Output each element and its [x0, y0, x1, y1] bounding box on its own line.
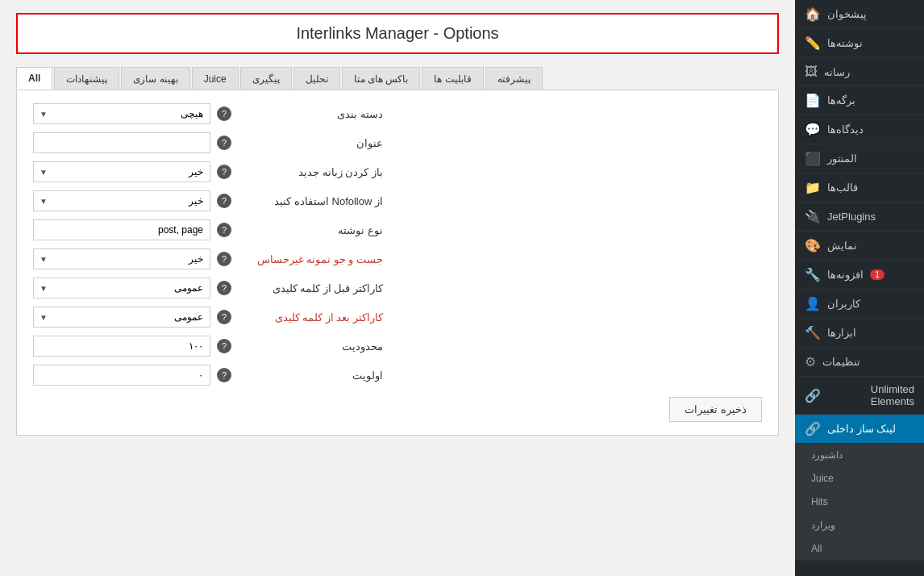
select-wrap-caseinsensitive: خیر بله ▼: [33, 248, 210, 269]
sidebar-item-label: دیدگاه‌ها: [827, 123, 864, 136]
sidebar-item-label: پیشخوان: [827, 8, 867, 20]
form-row-limit: محدودیت ?: [33, 336, 762, 357]
label-charafter: کاراکتر بعد از کلمه کلیدی: [238, 311, 383, 323]
form-row-caseinsensitive: جست و جو نمونه غیرحساس ? خیر بله ▼: [33, 248, 762, 269]
sidebar-sub-dashboard[interactable]: داشبورد: [795, 444, 924, 467]
sidebar-item-tanzimate[interactable]: تنظیمات ⚙: [795, 348, 924, 377]
settings-icon: ⚙: [805, 354, 816, 369]
sidebar-sub-hits[interactable]: Hits: [795, 490, 924, 514]
help-icon-posttype[interactable]: ?: [217, 223, 231, 237]
form-row-category: دسته بندی ? هیچی ▼: [33, 103, 762, 124]
form-row-priority: اولویت ?: [33, 365, 762, 386]
form-row-nofollow: از Nofollow استفاده کنید ? خیر بله ▼: [33, 190, 762, 211]
select-nofollow[interactable]: خیر بله: [33, 190, 210, 211]
select-category[interactable]: هیچی: [33, 103, 210, 124]
plugins-icon: 🔧: [805, 267, 821, 282]
home-icon: 🏠: [805, 6, 821, 22]
label-newtab: باز کردن زبانه جدید: [238, 166, 383, 178]
sidebar-item-afzoneha[interactable]: 1 افزونه‌ها 🔧: [795, 261, 924, 290]
sidebar-item-label: افزونه‌ها: [827, 269, 864, 281]
sidebar-item-karbaran[interactable]: کاربران 👤: [795, 290, 924, 319]
select-wrap-nofollow: خیر بله ▼: [33, 190, 210, 211]
form-row-posttype: نوع نوشته ?: [33, 219, 762, 240]
help-icon-caseinsensitive[interactable]: ?: [217, 252, 231, 266]
pages-icon: 📄: [805, 93, 821, 108]
help-icon-charbefore[interactable]: ?: [217, 281, 231, 295]
help-icon-priority[interactable]: ?: [217, 368, 231, 382]
tabs-bar: All پیشنهادات بهینه سازی Juice پیگیری تح…: [16, 67, 779, 90]
help-icon-charafter[interactable]: ?: [217, 310, 231, 324]
sidebar-item-abzarha[interactable]: ابزارها 🔨: [795, 319, 924, 348]
page-title: Interlinks Manager - Options: [16, 13, 779, 54]
form-row-charbefore: کاراکتر قبل از کلمه کلیدی ? عمومی ▼: [33, 278, 762, 298]
options-form: دسته بندی ? هیچی ▼ عنوان ? باز کردن زبان…: [16, 90, 779, 436]
help-icon-nofollow[interactable]: ?: [217, 194, 231, 208]
main-content: Interlinks Manager - Options All پیشنهاد…: [0, 0, 795, 576]
label-charbefore: کاراکتر قبل از کلمه کلیدی: [238, 282, 383, 294]
sidebar-item-bargheha[interactable]: برگه‌ها 📄: [795, 86, 924, 115]
help-icon-newtab[interactable]: ?: [217, 165, 231, 179]
sub-label: Hits: [811, 496, 828, 507]
sub-label: Juice: [811, 473, 834, 484]
tab-tracking[interactable]: پیگیری: [240, 67, 292, 90]
select-charbefore[interactable]: عمومی: [33, 278, 210, 298]
help-icon-limit[interactable]: ?: [217, 339, 231, 353]
jet-icon: 🔌: [805, 209, 821, 224]
sidebar-sub-all[interactable]: All: [795, 537, 924, 561]
sidebar-item-unlimited[interactable]: Unlimited Elements 🔗: [795, 377, 924, 415]
select-caseinsensitive[interactable]: خیر بله: [33, 248, 210, 269]
sidebar: پیشخوان 🏠 نوشته‌ها ✏️ رسانه 🖼 برگه‌ها 📄 …: [795, 0, 924, 576]
help-icon-title[interactable]: ?: [217, 136, 231, 150]
input-title[interactable]: [33, 132, 210, 153]
sidebar-item-label: رسانه: [824, 66, 850, 78]
tab-juice[interactable]: Juice: [192, 67, 239, 90]
sidebar-item-label: JetPlugins: [827, 211, 876, 223]
sidebar-item-label: لینک ساز داخلی: [827, 423, 896, 435]
users-icon: 👤: [805, 296, 821, 311]
label-posttype: نوع نوشته: [238, 224, 383, 236]
sidebar-item-linkbuilder[interactable]: لینک ساز داخلی 🔗: [795, 415, 924, 444]
sidebar-item-namayesh[interactable]: نمایش 🎨: [795, 232, 924, 261]
input-posttype[interactable]: [33, 219, 210, 240]
select-charafter[interactable]: عمومی: [33, 307, 210, 328]
templates-icon: 📁: [805, 180, 821, 195]
label-category: دسته بندی: [238, 108, 383, 120]
sidebar-item-jetplugins[interactable]: JetPlugins 🔌: [795, 202, 924, 232]
save-button-row: ذخیره تغییرات: [33, 397, 762, 422]
select-newtab[interactable]: خیر بله: [33, 161, 210, 182]
label-limit: محدودیت: [238, 340, 383, 353]
media-icon: 🖼: [805, 65, 818, 79]
form-row-newtab: باز کردن زبانه جدید ? خیر بله ▼: [33, 161, 762, 182]
unlimited-icon: 🔗: [805, 388, 821, 403]
sidebar-item-resane[interactable]: رسانه 🖼: [795, 58, 924, 86]
sidebar-sub-wizard[interactable]: ویزارد: [795, 514, 924, 537]
help-icon-category[interactable]: ?: [217, 106, 231, 121]
sidebar-item-didgahha[interactable]: دیدگاه‌ها 💬: [795, 115, 924, 144]
sidebar-sub-juice[interactable]: Juice: [795, 467, 924, 490]
save-button[interactable]: ذخیره تغییرات: [669, 397, 762, 422]
sidebar-item-neveshteha[interactable]: نوشته‌ها ✏️: [795, 29, 924, 58]
sidebar-item-label: Unlimited Elements: [827, 383, 914, 407]
sidebar-item-label: ابزارها: [827, 327, 856, 339]
tab-optimize[interactable]: بهینه سازی: [121, 67, 189, 90]
sidebar-submenu: داشبورد Juice Hits ویزارد All: [795, 444, 924, 561]
input-priority[interactable]: [33, 365, 210, 386]
posts-icon: ✏️: [805, 35, 821, 51]
tab-analysis[interactable]: تحلیل: [293, 67, 340, 90]
sidebar-item-qalabha[interactable]: قالب‌ها 📁: [795, 173, 924, 202]
sidebar-item-label: نوشته‌ها: [827, 37, 863, 49]
label-nofollow: از Nofollow استفاده کنید: [238, 195, 383, 207]
tab-all[interactable]: All: [16, 67, 52, 90]
tab-suggestions[interactable]: پیشنهادات: [54, 67, 119, 90]
sub-label: داشبورد: [811, 449, 843, 461]
label-caseinsensitive: جست و جو نمونه غیرحساس: [238, 253, 383, 265]
sidebar-item-pishkhwan[interactable]: پیشخوان 🏠: [795, 0, 924, 29]
sidebar-item-label: نمایش: [827, 240, 857, 252]
sidebar-item-elementor[interactable]: المنتور ⬛: [795, 144, 924, 173]
tab-advanced[interactable]: پیشرفته: [485, 67, 543, 90]
tools-icon: 🔨: [805, 325, 821, 340]
tab-metaboxes[interactable]: باکس های متا: [342, 67, 421, 90]
sidebar-item-label: المنتور: [827, 152, 857, 165]
tab-capabilities[interactable]: قابلیت ها: [422, 67, 483, 90]
input-limit[interactable]: [33, 336, 210, 357]
